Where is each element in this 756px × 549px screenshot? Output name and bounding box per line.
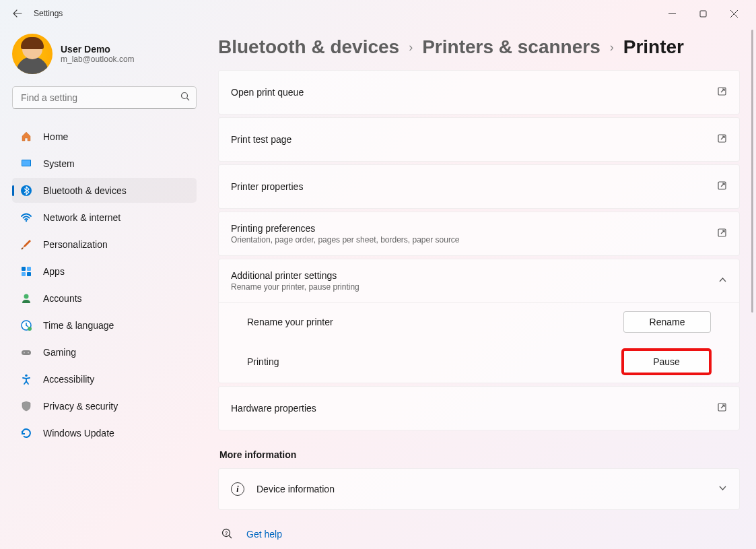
card-printer-properties[interactable]: Printer properties xyxy=(218,164,740,209)
nav-label: Accounts xyxy=(43,293,82,304)
open-external-icon xyxy=(717,402,727,415)
info-icon: i xyxy=(231,482,244,496)
brush-icon xyxy=(20,238,32,251)
nav-label: Time & language xyxy=(43,320,114,331)
nav-label: System xyxy=(43,158,75,169)
nav-item-gaming[interactable]: Gaming xyxy=(12,340,197,364)
nav-item-time[interactable]: Time & language xyxy=(12,313,197,337)
maximize-button[interactable] xyxy=(687,3,718,24)
titlebar: Settings xyxy=(0,0,756,27)
card-title: Device information xyxy=(256,484,706,494)
chevron-up-icon xyxy=(718,275,727,287)
main-content: Bluetooth & devices › Printers & scanner… xyxy=(209,27,756,549)
minimize-button[interactable] xyxy=(656,3,687,24)
card-device-information[interactable]: i Device information xyxy=(218,468,740,510)
arrow-left-icon xyxy=(12,8,23,19)
card-title: Hardware properties xyxy=(231,403,717,414)
nav-item-home[interactable]: Home xyxy=(12,124,197,149)
pause-button[interactable]: Pause xyxy=(622,349,711,375)
gamepad-icon xyxy=(20,346,32,358)
svg-point-15 xyxy=(28,352,29,353)
svg-rect-3 xyxy=(22,160,30,166)
home-icon xyxy=(20,131,32,143)
help-row: ? Get help xyxy=(218,527,740,541)
close-button[interactable] xyxy=(718,3,749,24)
nav-item-privacy[interactable]: Privacy & security xyxy=(12,393,197,418)
back-button[interactable] xyxy=(11,7,24,20)
breadcrumb-level2[interactable]: Printers & scanners xyxy=(422,36,600,58)
card-title: Printer properties xyxy=(231,181,717,192)
nav-item-system[interactable]: System xyxy=(12,151,197,176)
card-test-page[interactable]: Print test page xyxy=(218,117,740,162)
nav-label: Privacy & security xyxy=(43,401,118,412)
nav-item-update[interactable]: Windows Update xyxy=(12,420,197,445)
printing-label: Printing xyxy=(247,356,622,367)
nav-item-network[interactable]: Network & internet xyxy=(12,205,197,230)
card-title: Printing preferences xyxy=(231,223,717,234)
close-icon xyxy=(730,10,738,18)
nav-label: Gaming xyxy=(43,347,76,358)
rename-button[interactable]: Rename xyxy=(623,311,711,333)
card-open-queue[interactable]: Open print queue xyxy=(218,70,740,115)
nav-label: Windows Update xyxy=(43,428,114,439)
svg-point-5 xyxy=(26,220,27,221)
shield-icon xyxy=(20,400,32,412)
card-title: Print test page xyxy=(231,134,717,145)
svg-rect-7 xyxy=(27,267,31,271)
card-title: Open print queue xyxy=(231,87,717,98)
update-icon xyxy=(20,427,32,439)
breadcrumb-level1[interactable]: Bluetooth & devices xyxy=(218,36,399,58)
window-title: Settings xyxy=(34,9,63,18)
card-subtitle: Orientation, page order, pages per sheet… xyxy=(231,235,717,245)
card-additional-settings: Additional printer settings Rename your … xyxy=(218,259,740,383)
nav-label: Personalization xyxy=(43,239,108,250)
nav-item-accounts[interactable]: Accounts xyxy=(12,286,197,311)
person-icon xyxy=(20,292,32,304)
nav-label: Accessibility xyxy=(43,374,94,385)
card-printing-preferences[interactable]: Printing preferences Orientation, page o… xyxy=(218,212,740,256)
svg-point-16 xyxy=(25,374,28,377)
clock-icon xyxy=(20,319,32,331)
card-additional-header[interactable]: Additional printer settings Rename your … xyxy=(219,259,739,302)
user-block[interactable]: User Demo m_lab@outlook.com xyxy=(12,34,197,74)
help-icon: ? xyxy=(221,527,234,541)
row-printing: Printing Pause xyxy=(219,341,739,383)
svg-point-12 xyxy=(28,327,32,331)
open-external-icon xyxy=(717,228,727,240)
svg-rect-8 xyxy=(22,272,26,276)
minimize-icon xyxy=(668,10,676,18)
maximize-icon xyxy=(699,10,707,18)
open-external-icon xyxy=(717,181,727,193)
nav-label: Network & internet xyxy=(43,212,121,223)
svg-rect-6 xyxy=(22,267,26,271)
chevron-down-icon xyxy=(718,483,727,495)
svg-point-14 xyxy=(24,352,25,353)
svg-point-10 xyxy=(24,294,29,298)
open-external-icon xyxy=(717,133,727,146)
nav-list: Home System Bluetooth & devices Network … xyxy=(12,124,197,445)
svg-text:?: ? xyxy=(225,531,228,536)
nav-item-personalization[interactable]: Personalization xyxy=(12,232,197,257)
svg-rect-0 xyxy=(700,11,706,17)
nav-item-accessibility[interactable]: Accessibility xyxy=(12,366,197,391)
svg-point-1 xyxy=(182,93,188,99)
search-input[interactable] xyxy=(12,86,197,109)
section-heading-more-info: More information xyxy=(219,449,740,460)
system-icon xyxy=(20,158,32,170)
open-external-icon xyxy=(717,86,727,99)
chevron-right-icon: › xyxy=(610,40,614,55)
search-box xyxy=(12,86,197,109)
breadcrumb: Bluetooth & devices › Printers & scanner… xyxy=(218,36,740,58)
sidebar: User Demo m_lab@outlook.com Home System … xyxy=(0,27,209,549)
avatar xyxy=(12,34,53,74)
nav-label: Bluetooth & devices xyxy=(43,185,127,196)
bluetooth-icon xyxy=(20,185,32,197)
card-title: Additional printer settings xyxy=(231,270,718,281)
card-hardware-properties[interactable]: Hardware properties xyxy=(218,386,740,430)
nav-item-apps[interactable]: Apps xyxy=(12,259,197,284)
apps-icon xyxy=(20,265,32,278)
svg-rect-13 xyxy=(22,350,31,355)
help-link[interactable]: Get help xyxy=(246,529,282,540)
scrollbar[interactable] xyxy=(751,30,753,313)
nav-item-bluetooth[interactable]: Bluetooth & devices xyxy=(12,178,197,203)
